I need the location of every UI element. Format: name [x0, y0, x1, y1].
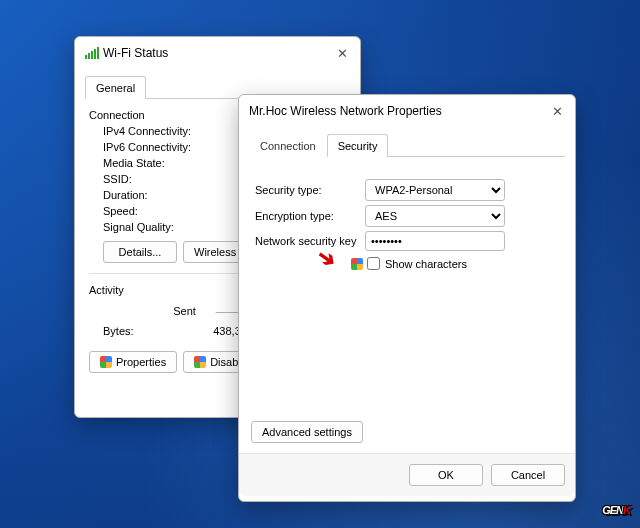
- details-button[interactable]: Details...: [103, 241, 177, 263]
- ssid-label: SSID:: [103, 173, 223, 185]
- cancel-button[interactable]: Cancel: [491, 464, 565, 486]
- duration-label: Duration:: [103, 189, 223, 201]
- media-state-label: Media State:: [103, 157, 223, 169]
- ok-button[interactable]: OK: [409, 464, 483, 486]
- bytes-label: Bytes:: [103, 325, 173, 337]
- sent-label: Sent: [173, 305, 196, 317]
- tab-connection[interactable]: Connection: [249, 134, 327, 157]
- wifi-titlebar: Wi-Fi Status ✕: [75, 37, 360, 69]
- dialog-footer: OK Cancel: [239, 453, 575, 496]
- advanced-settings-button[interactable]: Advanced settings: [251, 421, 363, 443]
- shield-icon: [100, 356, 112, 368]
- wifi-title: Wi-Fi Status: [103, 46, 334, 60]
- wifi-signal-icon: [85, 47, 99, 59]
- encryption-type-label: Encryption type:: [255, 210, 365, 222]
- close-icon[interactable]: ✕: [549, 103, 565, 119]
- ipv4-label: IPv4 Connectivity:: [103, 125, 223, 137]
- encryption-type-select[interactable]: AES: [365, 205, 505, 227]
- speed-label: Speed:: [103, 205, 223, 217]
- properties-button[interactable]: Properties: [89, 351, 177, 373]
- network-properties-dialog: Mr.Hoc Wireless Network Properties ✕ Con…: [238, 94, 576, 502]
- network-key-input[interactable]: [365, 231, 505, 251]
- show-characters-label: Show characters: [385, 258, 467, 270]
- security-type-select[interactable]: WPA2-Personal: [365, 179, 505, 201]
- tab-general[interactable]: General: [85, 76, 146, 99]
- shield-icon: [351, 258, 363, 270]
- ipv6-label: IPv6 Connectivity:: [103, 141, 223, 153]
- props-titlebar: Mr.Hoc Wireless Network Properties ✕: [239, 95, 575, 127]
- shield-icon: [194, 356, 206, 368]
- close-icon[interactable]: ✕: [334, 45, 350, 61]
- network-key-label: Network security key: [255, 235, 365, 247]
- tab-security[interactable]: Security: [327, 134, 389, 157]
- show-characters-checkbox[interactable]: [367, 257, 380, 270]
- watermark: GENK: [602, 494, 630, 520]
- security-type-label: Security type:: [255, 184, 365, 196]
- props-tabs: Connection Security: [249, 133, 565, 157]
- props-title: Mr.Hoc Wireless Network Properties: [249, 104, 549, 118]
- signal-quality-label: Signal Quality:: [103, 221, 223, 233]
